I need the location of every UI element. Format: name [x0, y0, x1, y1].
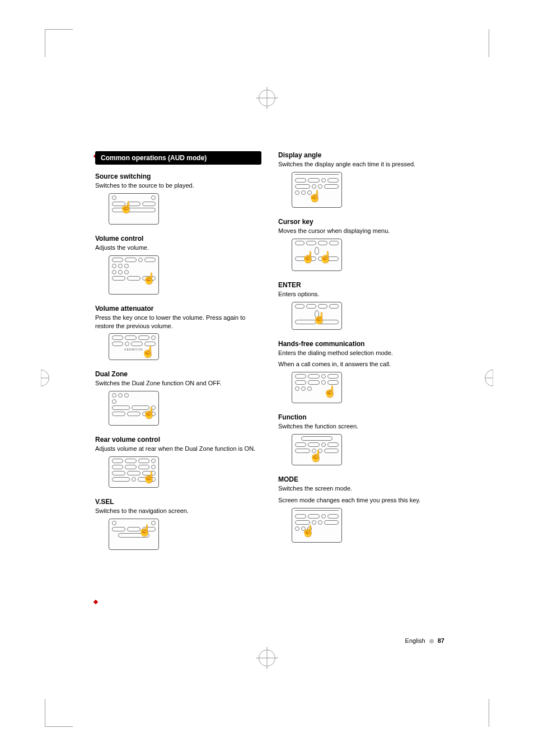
section-desc: Adjusts volume at rear when the Dual Zon…: [95, 445, 261, 453]
section-desc: Adjusts the volume.: [95, 244, 261, 252]
crop-line: [489, 29, 489, 57]
footer-dot-icon: [429, 639, 434, 643]
remote-thumbnail: ☝: [292, 508, 342, 543]
registration-mark-left: [32, 370, 49, 386]
hand-pointer-icon: ☝: [301, 525, 315, 536]
page-footer: English 87: [405, 637, 444, 644]
hand-pointer-icon: ☝: [318, 251, 332, 263]
section-display-angle: Display angle Switches the display angle…: [278, 151, 444, 208]
footer-page-number: 87: [438, 637, 444, 644]
section-hands-free: Hands-free communication Enters the dial…: [278, 340, 444, 404]
crop-line: [489, 699, 489, 727]
remote-thumbnail: ☝: [109, 391, 159, 426]
registration-mark-top: [259, 90, 275, 106]
remote-thumbnail: ☝: [109, 456, 159, 488]
section-source-switching: Source switching Switches to the source …: [95, 172, 261, 225]
section-vsel: V.SEL Switches to the navigation screen.…: [95, 498, 261, 550]
section-title: Volume attenuator: [95, 305, 261, 312]
section-volume-control: Volume control Adjusts the volume. ☝: [95, 235, 261, 295]
hand-pointer-icon: ☝: [142, 472, 156, 483]
section-header: Common operations (AUD mode): [95, 151, 261, 165]
crop-line: [45, 726, 73, 727]
hand-pointer-icon: ☝: [309, 450, 323, 461]
section-title: ENTER: [278, 281, 444, 289]
registration-mark-right: [485, 370, 502, 386]
remote-thumbnail: KENWOOD ☝: [109, 333, 159, 360]
section-title: MODE: [278, 475, 444, 483]
manual-page: Common operations (AUD mode) Source swit…: [95, 151, 444, 644]
section-desc: Switches the function screen.: [278, 422, 444, 431]
section-cursor-key: Cursor key Moves the cursor when display…: [278, 218, 444, 271]
section-mode: MODE Switches the screen mode. Screen mo…: [278, 475, 444, 543]
section-desc: Switches the Dual Zone function ON and O…: [95, 379, 261, 388]
section-desc: Moves the cursor when displaying menu.: [278, 227, 444, 235]
hand-pointer-icon: ☝: [119, 202, 133, 213]
section-title: Display angle: [278, 151, 444, 159]
remote-thumbnail: ☝: [292, 172, 342, 208]
section-desc: Screen mode changes each time you press …: [278, 496, 444, 505]
hand-pointer-icon: ☝: [308, 190, 322, 202]
section-title: Hands-free communication: [278, 340, 444, 348]
left-column: Common operations (AUD mode) Source swit…: [95, 151, 261, 560]
hand-pointer-icon: ☝: [323, 386, 337, 397]
hand-pointer-icon: ☝: [312, 312, 326, 324]
section-rear-volume: Rear volume control Adjusts volume at re…: [95, 436, 261, 488]
hand-pointer-icon: ☝: [142, 407, 156, 418]
section-desc: Switches to the source to be played.: [95, 181, 261, 190]
section-dual-zone: Dual Zone Switches the Dual Zone functio…: [95, 370, 261, 426]
section-desc: Enters the dialing method selection mode…: [278, 349, 444, 357]
crop-line: [45, 699, 45, 727]
section-title: Source switching: [95, 172, 261, 180]
right-column: Display angle Switches the display angle…: [278, 151, 444, 560]
section-title: Function: [278, 413, 444, 421]
section-desc: Enters options.: [278, 290, 444, 298]
remote-thumbnail: ☝: [109, 519, 159, 550]
hand-pointer-icon: ☝: [301, 251, 315, 263]
crop-line: [45, 29, 73, 30]
crop-line: [45, 29, 45, 57]
section-title: V.SEL: [95, 498, 261, 506]
section-desc: Switches to the navigation screen.: [95, 507, 261, 515]
section-enter: ENTER Enters options. ☝: [278, 281, 444, 330]
section-desc: Switches the display angle each time it …: [278, 160, 444, 169]
section-title: Volume control: [95, 235, 261, 242]
remote-thumbnail: ☝: [292, 302, 342, 330]
hand-pointer-icon: ☝: [142, 273, 156, 284]
registration-mark-bottom: [259, 650, 275, 666]
remote-thumbnail: ☝: [109, 255, 159, 295]
hand-pointer-icon: ☝: [141, 346, 155, 357]
section-desc: When a call comes in, it answers the cal…: [278, 360, 444, 368]
section-title: Cursor key: [278, 218, 444, 226]
remote-thumbnail: ☝: [292, 372, 342, 403]
remote-thumbnail: ☝ ☝: [292, 239, 342, 271]
hand-pointer-icon: ☝: [138, 525, 152, 536]
section-function: Function Switches the function screen. ☝: [278, 413, 444, 465]
section-title: Dual Zone: [95, 370, 261, 378]
remote-thumbnail: ☝: [109, 193, 159, 225]
section-title: Rear volume control: [95, 436, 261, 444]
remote-thumbnail: ☝: [292, 434, 342, 465]
section-volume-attenuator: Volume attenuator Press the key once to …: [95, 305, 261, 361]
section-desc: Press the key once to lower the volume. …: [95, 314, 261, 330]
footer-language: English: [405, 637, 425, 644]
section-desc: Switches the screen mode.: [278, 484, 444, 493]
